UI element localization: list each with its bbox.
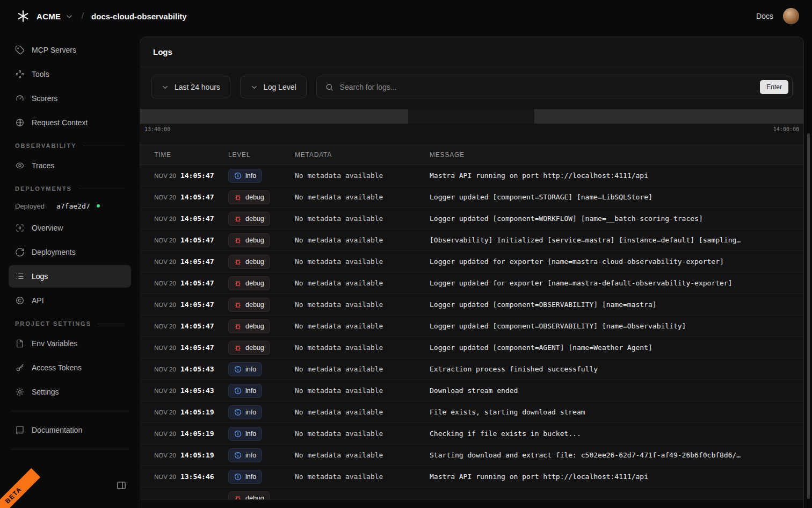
table-row[interactable]: NOV 2014:05:47 debug No metadata availab… [140, 337, 803, 359]
log-time: 14:05:47 [180, 257, 214, 266]
log-message: Extraction process finished successfully [430, 365, 789, 373]
timeline-segment [534, 109, 803, 124]
info-icon [234, 430, 242, 438]
info-icon [234, 473, 242, 481]
log-date: NOV 20 [154, 431, 176, 437]
time-range-value: Last 24 hours [175, 83, 220, 91]
logs-panel: Logs Last 24 hours Log Level Enter 13:40… [140, 37, 804, 508]
log-level-cell: debug [228, 255, 295, 269]
sidebar-item-logs[interactable]: Logs [9, 265, 131, 288]
sidebar-item-request-context[interactable]: Request Context [9, 111, 131, 134]
sidebar-item-api[interactable]: API [9, 289, 131, 312]
log-level-cell: debug [228, 298, 295, 312]
log-metadata: No metadata available [295, 387, 430, 395]
log-date: NOV 20 [154, 216, 176, 222]
sidebar-item-scorers[interactable]: Scorers [9, 87, 131, 110]
log-time-cell: NOV 2014:05:19 [154, 408, 228, 416]
table-row[interactable]: NOV 2014:05:19 info No metadata availabl… [140, 423, 803, 445]
log-message: Mastra API running on port http://localh… [430, 473, 789, 481]
table-row[interactable]: NOV 2014:05:47 debug No metadata availab… [140, 294, 803, 316]
log-date: NOV 20 [154, 345, 176, 351]
log-level-badge: info [228, 384, 262, 398]
table-row[interactable]: NOV 2014:05:47 debug No metadata availab… [140, 230, 803, 251]
table-row[interactable]: NOV 2014:05:47 debug No metadata availab… [140, 273, 803, 294]
log-level-label: debug [245, 323, 264, 330]
log-level-cell: info [228, 427, 295, 441]
log-level-badge: debug [228, 212, 270, 226]
sidebar-item-label: Settings [32, 388, 59, 396]
sidebar-item-label: Traces [32, 161, 54, 170]
log-level-cell: debug [228, 233, 295, 247]
log-metadata: No metadata available [295, 214, 430, 223]
sidebar-item-traces[interactable]: Traces [9, 154, 131, 177]
sidebar-item-env-variables[interactable]: Env Variables [9, 332, 131, 355]
collapse-sidebar-button[interactable] [116, 480, 127, 491]
log-level-label: debug [245, 301, 264, 309]
book-icon [15, 425, 25, 435]
log-level-value: Log Level [264, 83, 296, 91]
table-row[interactable]: NOV 2014:05:47 info No metadata availabl… [140, 165, 803, 187]
info-icon [234, 452, 242, 459]
log-level-badge: info [228, 405, 262, 419]
column-header-metadata: METADATA [295, 151, 430, 159]
log-level-badge: debug [228, 255, 270, 269]
log-time: 14:05:47 [180, 236, 214, 244]
log-time: 13:54:46 [180, 473, 214, 481]
table-row[interactable]: NOV 2014:05:43 info No metadata availabl… [140, 359, 803, 380]
vertical-scrollbar[interactable] [807, 133, 810, 499]
table-row[interactable]: NOV 2013:54:46 info No metadata availabl… [140, 466, 803, 488]
org-chevron-down-icon[interactable] [65, 12, 74, 21]
bug-icon [234, 344, 242, 352]
log-level-label: debug [245, 237, 264, 244]
topbar-right: Docs [756, 8, 799, 24]
tools-icon [15, 69, 25, 79]
observability-section-header: OBSERVABILITY [15, 142, 125, 149]
table-row[interactable]: NOV 2014:05:43 info No metadata availabl… [140, 380, 803, 402]
log-metadata: No metadata available [295, 430, 430, 438]
log-level-badge: info [228, 427, 262, 441]
log-metadata: No metadata available [295, 171, 430, 180]
table-row[interactable]: NOV 2014:05:47 debug No metadata availab… [140, 187, 803, 208]
log-time-cell: NOV 2014:05:47 [154, 236, 228, 244]
sidebar-item-access-tokens[interactable]: Access Tokens [9, 356, 131, 379]
table-row[interactable]: NOV 2014:05:47 debug No metadata availab… [140, 208, 803, 230]
log-level-cell: info [228, 448, 295, 462]
chevron-down-icon [161, 83, 169, 91]
sidebar-item-label: Access Tokens [32, 363, 82, 372]
time-range-dropdown[interactable]: Last 24 hours [151, 76, 230, 98]
sidebar-item-deployments[interactable]: Deployments [9, 241, 131, 263]
log-time-cell: NOV 2014:05:47 [154, 171, 228, 180]
table-row[interactable]: NOV 2014:05:19 info No metadata availabl… [140, 445, 803, 466]
docs-link[interactable]: Docs [756, 12, 773, 20]
sidebar-item-tools[interactable]: Tools [9, 63, 131, 85]
sidebar-item-settings[interactable]: Settings [9, 381, 131, 403]
log-time-cell: NOV 2014:05:43 [154, 365, 228, 373]
log-metadata: No metadata available [295, 408, 430, 416]
sidebar-divider [11, 411, 129, 411]
breadcrumb-project-name[interactable]: docs-cloud-observability [91, 12, 187, 21]
log-message: Logger updated [component=WORKFLOW] [nam… [430, 214, 789, 223]
org-name[interactable]: ACME [37, 12, 61, 21]
tag-icon [15, 45, 25, 55]
log-metadata: No metadata available [295, 344, 430, 352]
key-icon [15, 363, 25, 373]
log-level-dropdown[interactable]: Log Level [240, 76, 307, 98]
log-timeline-minimap[interactable] [140, 109, 803, 124]
table-row[interactable]: NOV 2014:05:19 info No metadata availabl… [140, 402, 803, 423]
sidebar-item-label: Deployments [32, 248, 76, 256]
horizontal-scrollbar-track[interactable] [140, 499, 803, 508]
avatar[interactable] [783, 8, 799, 24]
log-date: NOV 20 [154, 173, 176, 179]
table-row[interactable]: NOV 2014:05:47 debug No metadata availab… [140, 316, 803, 337]
search-input[interactable] [340, 83, 755, 91]
log-message: [Observability] Initialized [service=mas… [430, 236, 789, 244]
timeline-labels: 13:40:00 14:00:00 [140, 124, 803, 133]
log-time-cell: NOV 2014:05:47 [154, 322, 228, 330]
sidebar-item-mcp-servers[interactable]: MCP Servers [9, 39, 131, 61]
log-time: 14:05:19 [180, 451, 214, 459]
log-message: Logger updated [component=AGENT] [name=W… [430, 344, 789, 352]
sidebar-item-documentation[interactable]: Documentation [9, 419, 131, 441]
column-header-level: LEVEL [228, 151, 295, 159]
table-row[interactable]: NOV 2014:05:47 debug No metadata availab… [140, 251, 803, 273]
sidebar-item-overview[interactable]: Overview [9, 217, 131, 239]
